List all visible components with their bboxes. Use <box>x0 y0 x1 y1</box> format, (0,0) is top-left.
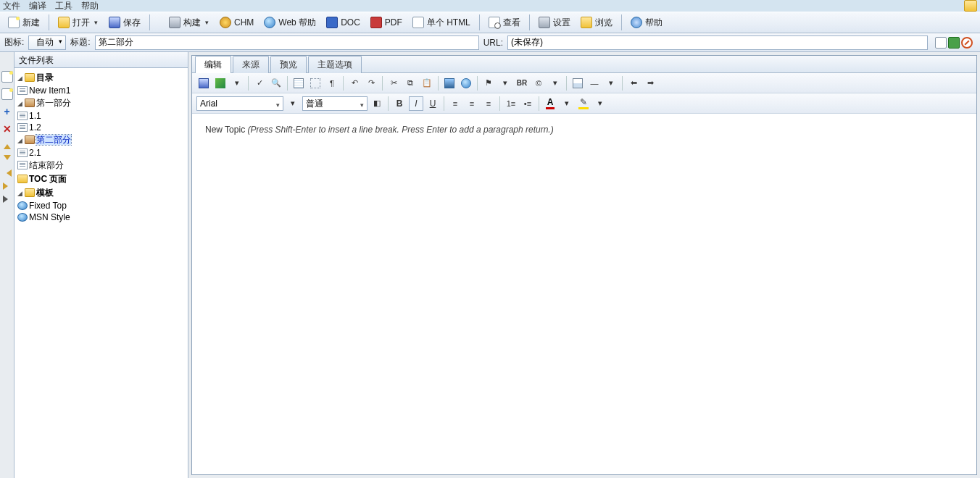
tab-source[interactable]: 来源 <box>233 56 269 73</box>
align-center-icon[interactable]: ≡ <box>465 96 479 111</box>
tree-templates[interactable]: 模板 <box>36 188 54 198</box>
paste-icon[interactable]: 📋 <box>420 76 434 91</box>
add-page-icon[interactable] <box>1 88 13 100</box>
tree-item-2-1[interactable]: 2.1 <box>29 148 41 158</box>
move-up-icon[interactable] <box>4 141 11 149</box>
tree-item-tmpl1[interactable]: Fixed Top <box>29 201 67 211</box>
browse-button[interactable]: 浏览 <box>577 14 616 31</box>
spellcheck-icon[interactable]: ✓ <box>252 76 267 91</box>
tree-root[interactable]: 目录 <box>36 72 54 83</box>
view-button[interactable]: 查看 <box>485 14 524 31</box>
underline-button[interactable]: U <box>425 96 440 111</box>
tree-item-newitem1[interactable]: New Item1 <box>29 85 70 96</box>
style-select[interactable]: 普通 <box>302 96 368 111</box>
cut-icon[interactable]: ✂ <box>386 76 401 91</box>
save-button[interactable]: 保存 <box>105 14 144 31</box>
add-topic-icon[interactable] <box>1 71 13 83</box>
flag-icon[interactable]: ⚑ <box>481 76 496 91</box>
chevron-down-icon[interactable]: ▾ <box>548 76 562 91</box>
tree-item-part2[interactable]: 第二部分 <box>36 135 71 145</box>
find-icon[interactable]: 🔍 <box>269 76 283 91</box>
chevron-down-icon[interactable]: ▾ <box>593 96 607 111</box>
chevron-down-icon[interactable]: ▾ <box>498 76 512 91</box>
noentry-icon[interactable] <box>961 37 973 49</box>
tab-edit[interactable]: 编辑 <box>195 56 231 73</box>
chevron-down-icon[interactable]: ▾ <box>560 96 574 111</box>
move-down-icon[interactable] <box>4 155 11 164</box>
settings-button[interactable]: 设置 <box>535 14 574 31</box>
chevron-down-icon[interactable]: ▾ <box>286 96 300 111</box>
tree-item-tmpl2[interactable]: MSN Style <box>29 212 70 222</box>
separator <box>621 14 622 30</box>
title-input[interactable] <box>95 35 479 50</box>
editor-content[interactable]: New Topic (Press Shift-Enter to insert a… <box>192 114 976 474</box>
align-left-icon[interactable]: ≡ <box>448 96 462 111</box>
tree-toggle[interactable]: ◢ <box>16 190 23 197</box>
pdf-button[interactable]: PDF <box>367 14 406 30</box>
flag-icon[interactable] <box>948 37 960 49</box>
move-right-icon[interactable] <box>3 183 12 190</box>
ordered-list-icon[interactable]: 1≡ <box>504 96 518 111</box>
font-color-icon[interactable]: A <box>543 96 557 111</box>
separator <box>49 14 49 30</box>
redo-icon[interactable]: ↷ <box>364 76 378 91</box>
menu-file[interactable]: 文件 <box>3 0 20 12</box>
tree-tocpages[interactable]: TOC 页面 <box>29 174 67 184</box>
outdent-icon[interactable]: ⬅ <box>626 76 641 91</box>
menu-help[interactable]: 帮助 <box>81 0 99 12</box>
expand-icon[interactable] <box>3 196 12 203</box>
highlight-icon[interactable]: ✎ <box>576 96 591 111</box>
tab-preview[interactable]: 预览 <box>270 56 307 73</box>
move-left-icon[interactable] <box>3 169 12 177</box>
hr-icon[interactable]: — <box>587 76 602 91</box>
table-icon[interactable] <box>570 76 585 91</box>
help-button[interactable]: 帮助 <box>627 14 666 31</box>
new-button[interactable]: 新建 <box>4 14 43 31</box>
italic-button[interactable]: I <box>409 96 423 111</box>
chevron-down-icon[interactable]: ▾ <box>93 19 99 26</box>
align-right-icon[interactable]: ≡ <box>481 96 496 111</box>
eraser-icon[interactable]: ◧ <box>370 96 384 111</box>
chm-button[interactable]: CHM <box>216 14 257 30</box>
tree-item-end[interactable]: 结束部分 <box>29 160 64 170</box>
edit-icon[interactable] <box>213 76 228 91</box>
link-icon[interactable] <box>459 76 473 91</box>
webhelp-button[interactable]: Web 帮助 <box>260 14 320 31</box>
bold-button[interactable]: B <box>392 96 407 111</box>
tree-item-part1[interactable]: 第一部分 <box>36 98 71 108</box>
undo-icon[interactable]: ↶ <box>347 76 362 91</box>
pilcrow-icon[interactable]: ¶ <box>325 76 339 91</box>
tree-item-1-1[interactable]: 1.1 <box>29 111 41 121</box>
save-icon[interactable] <box>196 76 211 91</box>
copyright-icon[interactable]: © <box>531 76 546 91</box>
tab-topicopts[interactable]: 主题选项 <box>308 56 362 73</box>
page-status-icon[interactable] <box>935 37 947 49</box>
menu-compile[interactable]: 编译 <box>29 0 46 12</box>
build-button[interactable]: 构建▾ <box>165 14 213 31</box>
image-icon[interactable] <box>442 76 457 91</box>
tree-toggle[interactable]: ◢ <box>16 75 23 82</box>
file-tree[interactable]: ◢目录 New Item1 ◢第一部分 1.1 1.2 ◢第二部分 2.1 结束… <box>14 68 188 478</box>
tree-item-1-2[interactable]: 1.2 <box>29 122 41 133</box>
dotgrid-icon[interactable] <box>308 76 323 91</box>
chevron-down-icon[interactable]: ▾ <box>604 76 618 91</box>
singlehtml-button[interactable]: 单个 HTML <box>409 14 474 31</box>
chevron-down-icon[interactable]: ▾ <box>204 19 209 26</box>
plus-icon[interactable]: + <box>4 106 9 117</box>
delete-icon[interactable]: ✕ <box>3 123 12 135</box>
copy-icon[interactable]: ⧉ <box>403 76 418 91</box>
linebreak-button[interactable]: BR <box>515 76 529 91</box>
tree-toggle[interactable]: ◢ <box>16 137 23 144</box>
grid-icon[interactable] <box>291 76 306 91</box>
font-select[interactable]: Arial <box>196 96 283 111</box>
unordered-list-icon[interactable]: •≡ <box>520 96 535 111</box>
icon-dropdown[interactable]: 自动 <box>28 35 66 50</box>
indent-icon[interactable]: ➡ <box>643 76 657 91</box>
tree-toggle[interactable]: ◢ <box>16 100 23 107</box>
menu-tools[interactable]: 工具 <box>55 0 72 12</box>
doc-button[interactable]: DOC <box>323 14 364 30</box>
url-input[interactable] <box>507 35 928 50</box>
open-button[interactable]: 打开▾ <box>54 14 102 31</box>
chevron-down-icon[interactable]: ▾ <box>230 76 244 91</box>
separator <box>477 76 478 91</box>
